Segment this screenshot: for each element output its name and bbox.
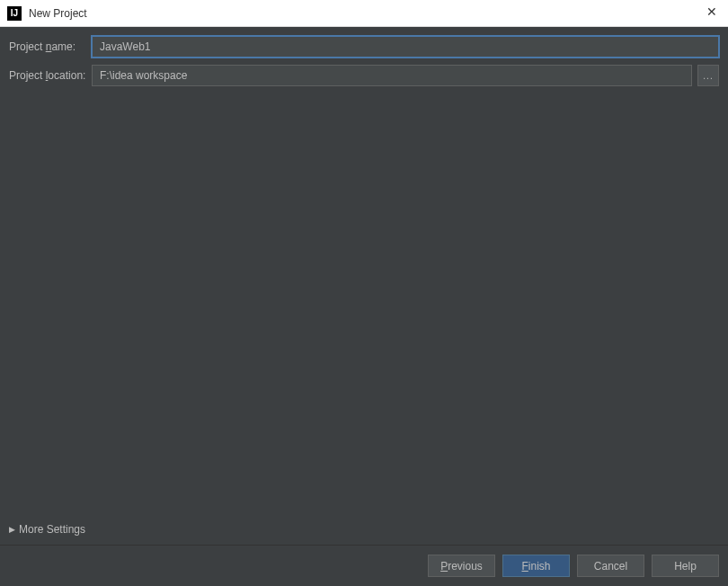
chevron-right-icon: ▶ xyxy=(9,525,15,534)
project-name-row: Project name: xyxy=(9,36,719,58)
cancel-button[interactable]: Cancel xyxy=(577,555,644,577)
browse-button[interactable]: ... xyxy=(697,65,719,86)
project-name-input[interactable] xyxy=(92,36,719,58)
project-name-label: Project name: xyxy=(9,40,92,53)
more-settings-label: More Settings xyxy=(19,523,85,536)
close-icon[interactable]: ✕ xyxy=(705,6,719,21)
button-bar: Previous Finish Cancel Help xyxy=(0,545,728,586)
help-button[interactable]: Help xyxy=(652,555,719,577)
project-location-label: Project location: xyxy=(9,69,92,82)
previous-button[interactable]: Previous xyxy=(428,555,495,577)
form-area: Project name: Project location: ... xyxy=(0,36,728,93)
project-location-input[interactable] xyxy=(92,65,692,86)
project-location-row: Project location: ... xyxy=(9,65,719,86)
more-settings-toggle[interactable]: ▶ More Settings xyxy=(0,516,728,545)
app-icon: IJ xyxy=(7,6,22,21)
spacer xyxy=(0,93,728,516)
window-title: New Project xyxy=(29,7,87,20)
dialog-content: Project name: Project location: ... ▶ Mo… xyxy=(0,27,728,586)
finish-button[interactable]: Finish xyxy=(502,555,570,577)
new-project-dialog: IJ New Project ✕ Project name: Project l… xyxy=(0,0,728,586)
titlebar: IJ New Project ✕ xyxy=(0,0,728,27)
